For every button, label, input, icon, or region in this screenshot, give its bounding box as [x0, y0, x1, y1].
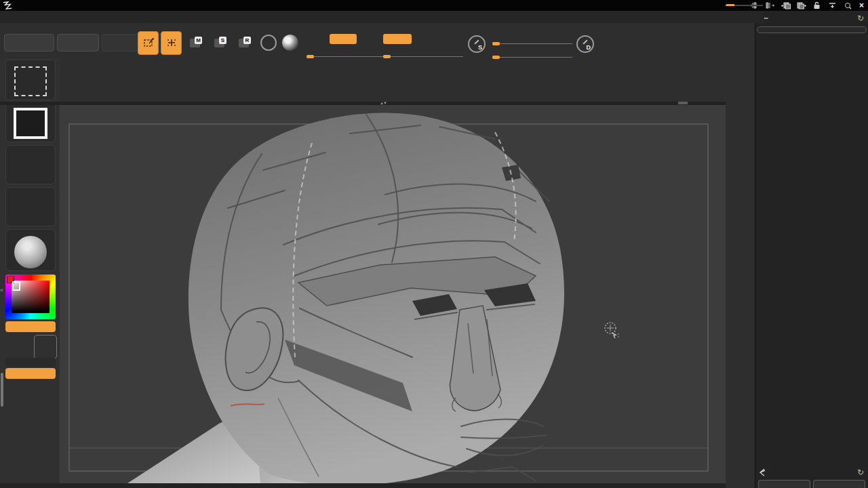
copy-document-left-icon[interactable]	[781, 1, 791, 9]
color-selector-cursor	[12, 281, 20, 291]
load-tool-button[interactable]	[758, 480, 810, 488]
document-canvas[interactable]	[60, 105, 726, 483]
bottom-strip	[0, 483, 755, 488]
scale-icon: S	[214, 39, 224, 47]
collapse-tray-icon[interactable]: «	[0, 287, 3, 293]
panel-restore-icon[interactable]: ↻	[857, 14, 864, 23]
move-button[interactable]: M	[184, 31, 205, 55]
tray-scrollbar[interactable]	[1, 373, 3, 407]
edit-icon	[143, 38, 154, 47]
rotate-icon: R	[239, 39, 249, 47]
switchcolor-button[interactable]	[5, 358, 56, 367]
lightbox-button[interactable]	[57, 34, 99, 52]
alpha-selector-rect[interactable]	[5, 103, 56, 142]
right-shelf	[726, 58, 755, 488]
divider-grip[interactable]	[678, 102, 688, 104]
texture-off-selector[interactable]	[5, 187, 56, 226]
sculpt-cursor-icon	[602, 321, 623, 341]
move-icon: M	[190, 39, 200, 47]
collapse-right-panel-icon[interactable]	[766, 1, 775, 9]
rgb-intensity-slider[interactable]	[307, 56, 393, 57]
brush-preview-ball[interactable]	[260, 35, 277, 51]
tool-footer: ↻	[755, 465, 868, 488]
gradient-button[interactable]	[5, 321, 56, 332]
z-intensity-handle[interactable]	[383, 55, 391, 58]
dashed-rect-icon	[14, 66, 47, 96]
home-page-button[interactable]	[4, 34, 54, 52]
stroke-d-icon[interactable]: D	[576, 35, 594, 53]
focal-shift-handle[interactable]	[492, 42, 500, 45]
draw-icon	[166, 38, 177, 47]
material-selector-matcap-gray[interactable]	[5, 229, 56, 271]
z-intensity-slider[interactable]	[383, 56, 463, 57]
current-material-ball[interactable]	[282, 35, 298, 51]
focal-shift-slider[interactable]	[492, 43, 572, 44]
tool-header[interactable]: ↻	[755, 465, 868, 480]
minimize-icon[interactable]	[828, 1, 837, 9]
canvas-left-rail: «	[0, 105, 5, 483]
draw-size-slider[interactable]	[492, 57, 572, 58]
stroke-s-icon[interactable]: S	[468, 35, 486, 53]
close-window-icon[interactable]: ×	[859, 1, 864, 10]
decimation-master-title[interactable]	[759, 28, 865, 30]
zoom-window-icon[interactable]	[844, 1, 853, 9]
zplugin-header[interactable]: ↻	[755, 11, 868, 26]
divider-handle-icon[interactable]: ▲▼	[380, 101, 387, 105]
sculpt-head-model	[60, 105, 726, 483]
insert-mesh-strip	[60, 58, 726, 102]
save-as-button[interactable]	[813, 480, 865, 488]
stroke-selector-selectrect[interactable]	[5, 60, 56, 100]
zbrush-window: × M S R	[0, 0, 868, 488]
see-through-handle[interactable]	[726, 4, 734, 6]
rotate-button[interactable]: R	[233, 31, 254, 55]
draw-button[interactable]	[161, 31, 182, 55]
color-picker[interactable]	[5, 274, 56, 319]
secondary-color-swatch[interactable]	[34, 335, 57, 359]
tool-restore-icon[interactable]: ↻	[857, 468, 864, 477]
edit-button[interactable]	[138, 31, 159, 55]
menu-bar	[0, 11, 764, 23]
top-toolbar: M S R S	[0, 23, 755, 58]
zbrush-logo-icon	[3, 1, 12, 9]
title-bar: ×	[0, 0, 868, 11]
rgb-intensity-handle[interactable]	[307, 55, 314, 58]
solid-rect-icon	[14, 108, 47, 139]
matcap-sphere-icon	[14, 236, 47, 268]
lock-icon[interactable]	[812, 1, 822, 9]
left-sidebar	[0, 58, 60, 483]
strip-divider[interactable]: ▲▼	[0, 102, 726, 105]
main-color-swatch[interactable]	[5, 333, 33, 361]
scale-button[interactable]: S	[209, 31, 230, 55]
zadd-button[interactable]	[383, 34, 412, 44]
back-chevron-icon	[758, 468, 766, 476]
alpha-off-selector[interactable]	[5, 145, 56, 184]
draw-size-handle[interactable]	[492, 56, 500, 59]
copy-document-right-icon[interactable]	[797, 1, 806, 9]
alternate-button[interactable]	[5, 368, 56, 379]
rgb-button[interactable]	[330, 34, 357, 44]
zplugin-panel: ↻ ↻	[755, 11, 868, 488]
decimation-master-group	[757, 26, 867, 33]
